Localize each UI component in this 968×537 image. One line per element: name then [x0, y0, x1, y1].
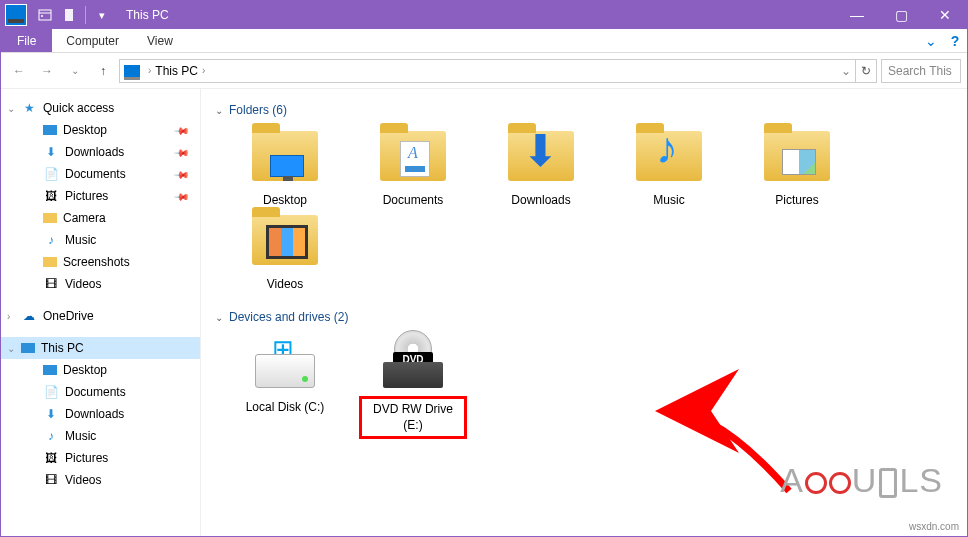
downloads-icon: ⬇: [522, 125, 559, 176]
tile-dvd-rw-drive-e[interactable]: DVD DVD RW Drive (E:): [363, 332, 463, 435]
system-icon[interactable]: [5, 4, 27, 26]
thispc-icon: [124, 65, 140, 77]
tab-computer[interactable]: Computer: [52, 29, 133, 52]
quick-access-toolbar: ▾: [5, 4, 114, 26]
ribbon-tabs: File Computer View ⌄ ?: [1, 29, 967, 53]
address-dropdown[interactable]: ⌄: [841, 64, 851, 78]
pictures-icon: 🖼: [43, 188, 59, 204]
desktop-icon: [43, 365, 57, 375]
downloads-icon: ⬇: [43, 144, 59, 160]
nav-camera[interactable]: Camera: [1, 207, 200, 229]
qat-new[interactable]: [57, 5, 81, 25]
group-folders-header[interactable]: ⌄Folders (6): [215, 103, 953, 117]
main-area: ⌄ ★ Quick access Desktop📌 ⬇Downloads📌 📄D…: [1, 89, 967, 536]
title-bar: ▾ This PC — ▢ ✕: [1, 1, 967, 29]
ribbon-expand[interactable]: ⌄: [919, 29, 943, 52]
tile-desktop[interactable]: Desktop: [235, 125, 335, 209]
tile-downloads[interactable]: ⬇Downloads: [491, 125, 591, 209]
navigation-pane[interactable]: ⌄ ★ Quick access Desktop📌 ⬇Downloads📌 📄D…: [1, 89, 201, 536]
folder-icon: [43, 213, 57, 223]
nav-pictures[interactable]: 🖼Pictures📌: [1, 185, 200, 207]
nav-onedrive[interactable]: ›☁OneDrive: [1, 305, 200, 327]
chevron-down-icon: ⌄: [215, 312, 223, 323]
qat-divider: [85, 6, 86, 24]
tile-documents[interactable]: Documents: [363, 125, 463, 209]
pictures-icon: 🖼: [43, 450, 59, 466]
music-icon: ♪: [43, 428, 59, 444]
dvd-drive-icon: DVD: [378, 338, 448, 388]
nav-pc-music[interactable]: ♪Music: [1, 425, 200, 447]
breadcrumb-sep: ›: [148, 65, 151, 76]
group-drives-header[interactable]: ⌄Devices and drives (2): [215, 310, 953, 324]
breadcrumb-item[interactable]: This PC: [155, 64, 198, 78]
chevron-down-icon: ⌄: [215, 105, 223, 116]
tab-file[interactable]: File: [1, 29, 52, 52]
nav-pc-documents[interactable]: 📄Documents: [1, 381, 200, 403]
nav-pc-desktop[interactable]: Desktop: [1, 359, 200, 381]
search-placeholder: Search This: [888, 64, 952, 78]
nav-music[interactable]: ♪Music: [1, 229, 200, 251]
pin-icon: 📌: [174, 144, 190, 160]
tile-videos[interactable]: Videos: [235, 209, 335, 293]
nav-up[interactable]: ↑: [91, 59, 115, 83]
tab-view[interactable]: View: [133, 29, 187, 52]
music-icon: ♪: [43, 232, 59, 248]
close-button[interactable]: ✕: [923, 1, 967, 29]
videos-icon: 🎞: [43, 472, 59, 488]
nav-downloads[interactable]: ⬇Downloads📌: [1, 141, 200, 163]
address-bar-row: ← → ⌄ ↑ › This PC › ⌄ ↻ Search This: [1, 53, 967, 89]
documents-icon: 📄: [43, 166, 59, 182]
pin-icon: 📌: [174, 166, 190, 182]
folders-tiles: Desktop Documents ⬇Downloads ♪Music Pict…: [235, 125, 953, 292]
music-icon: ♪: [656, 123, 678, 173]
pin-icon: 📌: [174, 188, 190, 204]
nav-pc-pictures[interactable]: 🖼Pictures: [1, 447, 200, 469]
maximize-button[interactable]: ▢: [879, 1, 923, 29]
chevron-down-icon: ⌄: [7, 103, 15, 114]
nav-screenshots[interactable]: Screenshots: [1, 251, 200, 273]
nav-pc-downloads[interactable]: ⬇Downloads: [1, 403, 200, 425]
desktop-icon: [43, 125, 57, 135]
documents-icon: [400, 141, 430, 177]
star-icon: ★: [21, 100, 37, 116]
nav-back[interactable]: ←: [7, 59, 31, 83]
nav-quick-access[interactable]: ⌄ ★ Quick access: [1, 97, 200, 119]
videos-icon: 🎞: [43, 276, 59, 292]
breadcrumb[interactable]: › This PC › ⌄: [119, 59, 856, 83]
tile-local-disk-c[interactable]: ⊞ Local Disk (C:): [235, 332, 335, 435]
nav-recent[interactable]: ⌄: [63, 59, 87, 83]
pin-icon: 📌: [174, 122, 190, 138]
nav-documents[interactable]: 📄Documents📌: [1, 163, 200, 185]
nav-forward[interactable]: →: [35, 59, 59, 83]
folder-icon: [43, 257, 57, 267]
help-button[interactable]: ?: [943, 29, 967, 52]
refresh-button[interactable]: ↻: [855, 59, 877, 83]
desktop-icon: [270, 155, 304, 177]
tile-pictures[interactable]: Pictures: [747, 125, 847, 209]
downloads-icon: ⬇: [43, 406, 59, 422]
chevron-right-icon: ›: [7, 311, 10, 322]
minimize-button[interactable]: —: [835, 1, 879, 29]
content-pane[interactable]: ⌄Folders (6) Desktop Documents ⬇Download…: [201, 89, 967, 536]
chevron-down-icon: ⌄: [7, 343, 15, 354]
search-input[interactable]: Search This: [881, 59, 961, 83]
nav-videos[interactable]: 🎞Videos: [1, 273, 200, 295]
onedrive-icon: ☁: [21, 308, 37, 324]
qat-dropdown[interactable]: ▾: [90, 5, 114, 25]
window-title: This PC: [126, 8, 169, 22]
hdd-icon: ⊞: [250, 338, 320, 388]
tile-music[interactable]: ♪Music: [619, 125, 719, 209]
nav-this-pc[interactable]: ⌄This PC: [1, 337, 200, 359]
svg-rect-3: [65, 9, 73, 21]
qat-properties[interactable]: [33, 5, 57, 25]
pictures-icon: [782, 149, 816, 175]
drives-tiles: ⊞ Local Disk (C:) DVD DVD RW Drive (E:): [235, 332, 953, 435]
documents-icon: 📄: [43, 384, 59, 400]
svg-rect-0: [39, 10, 51, 20]
breadcrumb-sep: ›: [202, 65, 205, 76]
watermark-logo: AULS: [780, 461, 943, 500]
nav-pc-videos[interactable]: 🎞Videos: [1, 469, 200, 491]
nav-desktop[interactable]: Desktop📌: [1, 119, 200, 141]
watermark-credit: wsxdn.com: [909, 521, 959, 532]
svg-point-2: [41, 15, 43, 17]
